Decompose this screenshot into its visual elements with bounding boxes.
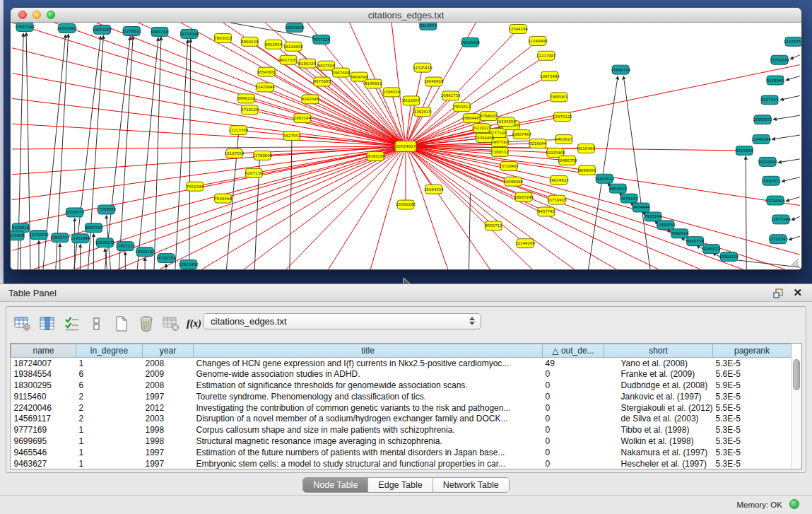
svg-text:12490554: 12490554: [656, 223, 676, 227]
column-header[interactable]: year: [143, 344, 194, 358]
svg-text:9146821: 9146821: [365, 81, 382, 86]
svg-text:19904485: 19904485: [462, 116, 482, 120]
delete-column-icon[interactable]: [137, 315, 155, 332]
table-row[interactable]: 1872400712008Changes of HCN gene express…: [11, 358, 792, 369]
svg-text:10807467: 10807467: [512, 132, 531, 136]
table-scrollbar-thumb[interactable]: [793, 359, 800, 390]
table-scrollbar[interactable]: [791, 358, 801, 469]
svg-text:11170753: 11170753: [784, 40, 801, 44]
panel-title: Table Panel: [8, 288, 57, 298]
svg-text:19218506: 19218506: [461, 40, 481, 45]
table-cell: 2: [76, 402, 143, 414]
memory-status-label: Memory: OK: [736, 501, 782, 509]
column-header[interactable]: pagerank: [713, 344, 792, 358]
svg-text:9875685: 9875685: [314, 80, 331, 84]
memory-status-indicator[interactable]: [789, 499, 799, 509]
tab-edge-table[interactable]: Edge Table: [367, 478, 432, 492]
table-cell: 5.3E-5: [713, 391, 792, 402]
network-canvas[interactable]: 2055724420591406100532871527602164661601…: [11, 23, 801, 269]
table-cell: 5.3E-5: [713, 447, 792, 458]
table-row[interactable]: 977716911998Corpus callosum shape and si…: [11, 424, 792, 436]
table-cell: 9777169: [11, 424, 76, 436]
delete-table-icon[interactable]: [162, 315, 180, 332]
svg-text:15720407: 15720407: [499, 164, 519, 168]
svg-text:9457745: 9457745: [538, 209, 555, 214]
svg-text:8912954: 8912954: [265, 42, 283, 47]
table-row[interactable]: 969969511998Structural magnetic resonanc…: [11, 436, 792, 447]
svg-text:7955812: 7955812: [453, 105, 470, 109]
table-cell: 1: [76, 424, 143, 436]
node-table[interactable]: namein_degreeyeartitle△ out_de...shortpa…: [11, 344, 792, 469]
network-window: citations_edges.txt 20557244205914061005…: [10, 7, 802, 270]
network-window-titlebar[interactable]: citations_edges.txt: [11, 8, 801, 23]
table-panel-content: f(x) citations_edges.txt namein_degreeye…: [6, 306, 806, 473]
float-panel-icon[interactable]: [772, 288, 784, 299]
status-bar: Memory: OK: [0, 495, 812, 514]
tab-node-table[interactable]: Node Table: [303, 478, 367, 492]
row-height-icon[interactable]: [88, 315, 106, 332]
table-cell: 2012: [143, 402, 194, 414]
table-cell: 1: [76, 458, 143, 469]
create-column-icon[interactable]: [112, 315, 131, 332]
cytoscape-app: citations_edges.txt 20557244205914061005…: [0, 0, 812, 514]
table-cell: 0: [543, 368, 604, 380]
table-cell: 5.3E-5: [713, 413, 792, 424]
table-cell: 0: [543, 424, 604, 436]
svg-text:15276021: 15276021: [122, 29, 141, 33]
svg-text:3915909: 3915909: [11, 233, 25, 238]
citation-network-graph[interactable]: 2055724420591406100532871527602164661601…: [11, 23, 801, 269]
table-settings-icon[interactable]: [13, 315, 32, 332]
svg-text:17359928: 17359928: [97, 207, 117, 211]
table-row[interactable]: 946554611997Estimation of the future num…: [11, 447, 792, 458]
svg-text:9115460: 9115460: [577, 146, 595, 151]
column-header[interactable]: △ out_de...: [543, 344, 604, 358]
table-cell: Hescheler et al. (1997): [604, 458, 713, 469]
table-panel-header: Table Panel ✕: [0, 284, 812, 302]
column-header[interactable]: name: [11, 344, 76, 358]
svg-text:11548408: 11548408: [528, 39, 548, 43]
table-row[interactable]: 1938455462009Genome-wide association stu…: [11, 368, 792, 380]
table-row[interactable]: 946362711997Embryonic stem cells: a mode…: [11, 458, 792, 469]
desktop-left-strip: [0, 0, 4, 284]
svg-text:9463627: 9463627: [555, 137, 572, 141]
table-cell: 0: [543, 447, 604, 458]
tab-network-table[interactable]: Network Table: [433, 478, 509, 492]
function-builder-icon[interactable]: f(x): [187, 318, 201, 329]
table-cell: 0: [543, 458, 604, 469]
svg-text:20557244: 20557244: [15, 25, 35, 29]
svg-text:18807249: 18807249: [514, 195, 534, 199]
table-cell: 2003: [143, 413, 194, 424]
select-columns-icon[interactable]: [63, 315, 81, 332]
svg-text:9474444: 9474444: [632, 205, 650, 209]
show-columns-icon[interactable]: [38, 315, 57, 332]
svg-text:12093872: 12093872: [753, 117, 772, 122]
table-selector-dropdown[interactable]: citations_edges.txt: [203, 313, 481, 329]
table-cell: 9115460: [11, 391, 76, 402]
window-resize-grip[interactable]: [789, 257, 799, 267]
svg-text:6794028: 6794028: [480, 114, 498, 118]
svg-text:18724007: 18724007: [396, 144, 416, 148]
table-row[interactable]: 1456911722003Disruption of a novel membe…: [11, 413, 792, 424]
svg-text:12217987: 12217987: [536, 54, 556, 58]
svg-text:10973493: 10973493: [540, 74, 560, 78]
svg-text:9097588: 9097588: [85, 226, 102, 230]
close-panel-icon[interactable]: ✕: [793, 286, 802, 299]
svg-text:2803144: 2803144: [294, 116, 312, 120]
svg-text:9242848: 9242848: [302, 97, 319, 101]
table-cell: 18724007: [11, 358, 76, 369]
table-selector-value: citations_edges.txt: [211, 316, 287, 327]
table-row[interactable]: 1830029562008Estimation of significance …: [11, 380, 792, 391]
table-row[interactable]: 2242004622012Investigating the contribut…: [11, 402, 792, 414]
table-cell: 1: [76, 358, 143, 369]
table-cell: de Silva et al. (2003): [604, 413, 713, 424]
svg-text:18107554: 18107554: [225, 151, 245, 156]
column-header[interactable]: in_degree: [76, 344, 143, 358]
table-row[interactable]: 911546021997Tourette syndrome. Phenomeno…: [11, 391, 792, 402]
table-cell: Franke et al. (2009): [604, 368, 713, 380]
svg-text:12156829: 12156829: [29, 233, 49, 237]
table-cell: 9463627: [11, 458, 76, 469]
column-header[interactable]: title: [194, 344, 543, 358]
column-header[interactable]: short: [604, 344, 713, 358]
svg-text:7935144: 7935144: [645, 214, 662, 218]
table-cell: 5.3E-5: [713, 458, 792, 469]
